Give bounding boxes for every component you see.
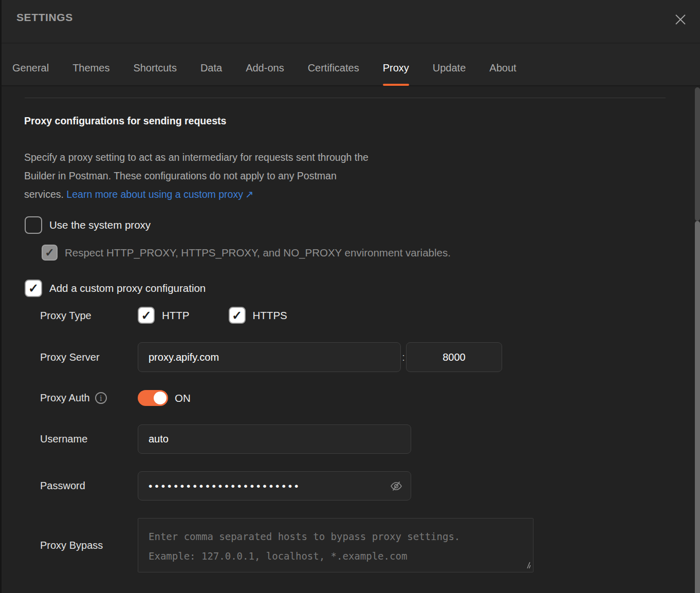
content-top-divider [25,98,666,98]
scrollbar-track-segment[interactable] [695,87,700,221]
tab-certificates[interactable]: Certificates [308,51,359,86]
username-input[interactable] [138,424,411,454]
host-port-separator: : [401,351,406,363]
tab-general[interactable]: General [12,51,49,86]
info-icon[interactable]: i [95,392,107,404]
proxy-type-options: ✓ HTTP ✓ HTTPS [138,307,287,324]
http-checkbox[interactable]: ✓ [138,307,155,324]
tab-themes[interactable]: Themes [72,51,109,86]
settings-modal: SETTINGS General Themes Shortcuts Data A… [0,0,700,593]
toggle-state-label: ON [175,392,191,404]
proxy-auth-toggle[interactable] [138,390,168,406]
scrollbar-thumb[interactable] [695,221,700,593]
proxy-host-input[interactable] [138,342,401,372]
password-input[interactable] [138,471,411,501]
checkmark-icon: ✓ [45,247,54,258]
external-link-arrow-icon: ↗ [243,189,253,200]
tab-data-label: Data [200,62,222,74]
tab-update[interactable]: Update [433,51,466,86]
tab-addons-label: Add-ons [246,62,284,74]
tab-data[interactable]: Data [200,51,222,86]
custom-proxy-label: Add a custom proxy configuration [49,282,206,294]
tab-shortcuts-label: Shortcuts [133,62,176,74]
username-row: Username [0,424,700,454]
password-input-wrap [138,471,411,501]
proxy-auth-row: Proxy Auth i ON [0,390,700,406]
http-label: HTTP [162,309,190,322]
description-line-2: Builder in Postman. These configurations… [24,166,369,185]
tab-themes-label: Themes [72,62,109,74]
proxy-bypass-row: Proxy Bypass [0,518,700,572]
tab-shortcuts[interactable]: Shortcuts [133,51,176,86]
tab-certificates-label: Certificates [308,62,359,74]
toggle-knob [154,392,167,404]
resize-handle[interactable] [524,562,531,569]
proxy-auth-controls: ON [138,390,191,406]
tab-about[interactable]: About [489,51,516,86]
password-label: Password [40,471,85,501]
close-button[interactable] [672,11,689,28]
respect-env-row: ✓ Respect HTTP_PROXY, HTTPS_PROXY, and N… [42,245,451,261]
proxy-type-label: Proxy Type [40,307,91,324]
proxy-auth-label-group: Proxy Auth i [40,390,107,406]
https-label: HTTPS [253,309,287,322]
section-description: Specify a proxy setting to act as an int… [24,148,369,203]
proxy-port-input[interactable] [406,342,502,372]
description-line-1: Specify a proxy setting to act as an int… [24,148,369,166]
proxy-auth-label: Proxy Auth [40,392,90,404]
system-proxy-row: Use the system proxy [25,216,151,234]
modal-header: SETTINGS [0,0,700,43]
tab-addons[interactable]: Add-ons [246,51,284,86]
https-checkbox[interactable]: ✓ [229,307,246,324]
username-input-wrap [138,424,411,454]
tab-general-label: General [12,62,49,74]
custom-proxy-row: ✓ Add a custom proxy configuration [25,280,206,297]
checkmark-icon: ✓ [28,282,39,294]
proxy-bypass-wrap [138,518,533,572]
tab-update-label: Update [433,62,466,74]
proxy-type-row: Proxy Type ✓ HTTP ✓ HTTPS [0,307,700,324]
checkmark-icon: ✓ [141,309,151,322]
password-row: Password [0,471,700,501]
description-line-3-prefix: services. [24,189,64,200]
custom-proxy-checkbox[interactable]: ✓ [25,280,42,297]
proxy-server-controls: : [138,342,502,372]
close-icon [674,13,687,26]
respect-env-label: Respect HTTP_PROXY, HTTPS_PROXY, and NO_… [65,247,451,259]
checkmark-icon: ✓ [232,309,242,322]
eye-off-icon [389,479,403,493]
toggle-password-visibility-button[interactable] [389,478,404,494]
respect-env-checkbox: ✓ [42,245,58,261]
username-label: Username [40,424,87,454]
system-proxy-label: Use the system proxy [49,219,151,231]
system-proxy-checkbox[interactable] [25,216,42,234]
description-line-3: services. Learn more about using a custo… [24,185,369,203]
section-heading: Proxy configurations for sending request… [24,115,226,127]
proxy-server-label: Proxy Server [40,342,100,372]
resize-grip-icon [524,562,531,569]
proxy-bypass-textarea[interactable] [138,518,533,572]
proxy-server-row: Proxy Server : [0,342,700,372]
proxy-bypass-label: Proxy Bypass [40,518,103,572]
modal-left-edge [0,0,2,593]
tab-about-label: About [489,62,516,74]
tab-proxy-label: Proxy [383,62,409,74]
settings-tabbar: General Themes Shortcuts Data Add-ons Ce… [0,44,700,86]
active-tab-underline [383,84,409,86]
modal-title: SETTINGS [16,11,73,24]
tab-proxy[interactable]: Proxy [383,51,409,86]
learn-more-link[interactable]: Learn more about using a custom proxy [66,189,243,200]
